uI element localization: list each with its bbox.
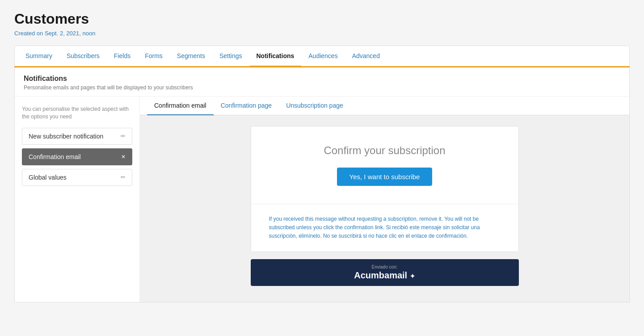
- subtabs-nav: Confirmation email Confirmation page Uns…: [140, 97, 629, 115]
- notifications-body: You can personalise the selected aspect …: [15, 97, 629, 302]
- sidebar-item-global-values[interactable]: Global values: [22, 169, 132, 186]
- sidebar-item-new-subscriber[interactable]: New subscriber notification: [22, 128, 132, 145]
- star-icon: ✦: [410, 273, 415, 280]
- acumbamail-badge: Enviado con: Acumbamail ✦: [251, 259, 519, 286]
- close-icon-confirmation-email[interactable]: [121, 154, 126, 160]
- subtab-confirmation-page[interactable]: Confirmation page: [214, 97, 279, 115]
- content-area: Notifications Personalise emails and pag…: [14, 67, 630, 302]
- email-card-bottom: If you received this message without req…: [251, 204, 518, 252]
- tabs-nav: Summary Subscribers Fields Forms Segment…: [15, 46, 629, 67]
- page-wrapper: Customers Created on Sept. 2, 2021, noon…: [0, 0, 644, 336]
- tab-subscribers[interactable]: Subscribers: [59, 46, 107, 67]
- tab-settings[interactable]: Settings: [212, 46, 249, 67]
- page-subtitle: Created on Sept. 2, 2021, noon: [14, 30, 630, 37]
- sidebar-panel: You can personalise the selected aspect …: [15, 97, 140, 302]
- email-preview-area: Confirm your subscription Yes, I want to…: [140, 115, 629, 297]
- sidebar-item-global-values-label: Global values: [29, 174, 67, 181]
- confirm-subscribe-button[interactable]: Yes, I want to subscribe: [337, 168, 433, 186]
- sidebar-item-confirmation-email-label: Confirmation email: [29, 153, 81, 160]
- tab-audiences[interactable]: Audiences: [301, 46, 345, 67]
- tab-notifications[interactable]: Notifications: [249, 46, 302, 67]
- subtab-unsubscription-page[interactable]: Unsubscription page: [279, 97, 350, 115]
- tab-fields[interactable]: Fields: [107, 46, 138, 67]
- pencil-icon-new-subscriber: [121, 133, 126, 139]
- email-footer-text: If you received this message without req…: [269, 215, 501, 241]
- tab-advanced[interactable]: Advanced: [345, 46, 387, 67]
- brand-name: Acumbamail ✦: [354, 270, 415, 280]
- page-title: Customers: [14, 11, 630, 27]
- email-preview-card: Confirm your subscription Yes, I want to…: [251, 126, 519, 252]
- email-confirm-title: Confirm your subscription: [278, 144, 492, 157]
- tab-segments[interactable]: Segments: [170, 46, 212, 67]
- sidebar-item-new-subscriber-label: New subscriber notification: [29, 133, 103, 140]
- tab-forms[interactable]: Forms: [138, 46, 170, 67]
- subtab-confirmation-email[interactable]: Confirmation email: [147, 97, 214, 115]
- notifications-desc: Personalise emails and pages that will b…: [24, 84, 620, 91]
- pencil-icon-global-values: [121, 174, 126, 181]
- notifications-header: Notifications Personalise emails and pag…: [15, 67, 629, 97]
- tabs-container: Summary Subscribers Fields Forms Segment…: [14, 46, 630, 67]
- notifications-title: Notifications: [24, 75, 620, 83]
- email-card-top: Confirm your subscription Yes, I want to…: [251, 126, 518, 204]
- tab-summary[interactable]: Summary: [18, 46, 59, 67]
- sent-with-label: Enviado con:: [260, 265, 510, 269]
- sidebar-item-confirmation-email[interactable]: Confirmation email: [22, 148, 132, 165]
- sidebar-hint: You can personalise the selected aspect …: [22, 105, 132, 121]
- main-panel: Confirmation email Confirmation page Uns…: [140, 97, 629, 302]
